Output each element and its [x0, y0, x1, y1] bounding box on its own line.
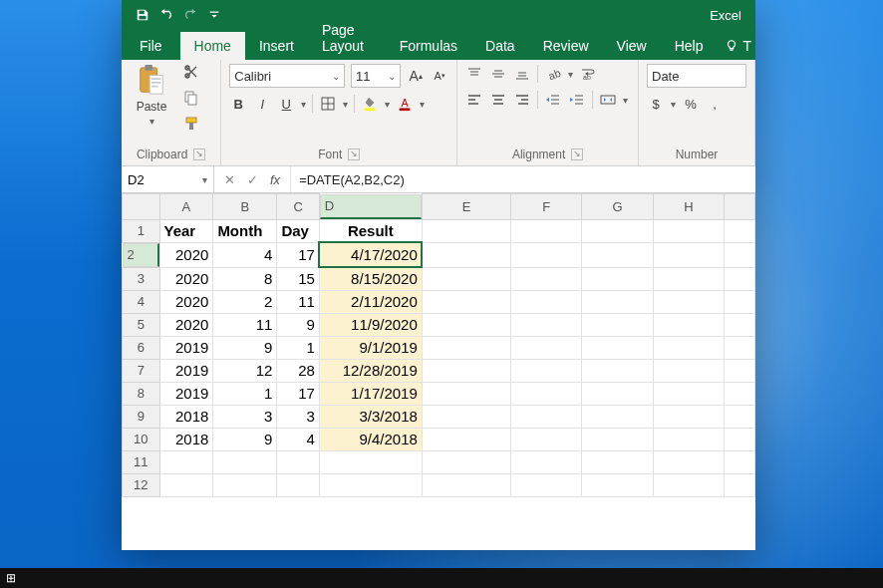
col-header-H[interactable]: H	[653, 194, 724, 220]
tab-data[interactable]: Data	[471, 32, 529, 60]
cell-I7[interactable]	[725, 359, 755, 382]
cell-D10[interactable]: 9/4/2018	[319, 428, 422, 450]
font-launcher-icon[interactable]: ↘	[348, 148, 360, 160]
chevron-down-icon[interactable]: ▾	[343, 99, 348, 110]
align-middle-icon[interactable]	[489, 64, 507, 84]
tab-review[interactable]: Review	[529, 32, 603, 60]
cell-G4[interactable]	[582, 290, 653, 313]
cell-I9[interactable]	[725, 405, 755, 428]
cell-B6[interactable]: 9	[213, 336, 277, 359]
cell-G6[interactable]	[582, 336, 653, 359]
cell-B2[interactable]: 4	[213, 242, 277, 267]
row-header-1[interactable]: 1	[123, 219, 160, 242]
cell-C4[interactable]: 11	[277, 290, 319, 313]
cell-A11[interactable]	[159, 450, 213, 473]
cell-D2[interactable]: 4/17/2020	[319, 242, 422, 267]
cell-A4[interactable]: 2020	[159, 290, 213, 313]
cell-C12[interactable]	[277, 473, 319, 496]
font-color-icon[interactable]: A	[396, 94, 414, 114]
align-top-icon[interactable]	[465, 64, 483, 84]
cell-A10[interactable]: 2018	[159, 428, 213, 450]
cell-C8[interactable]: 17	[277, 382, 319, 405]
cell-F7[interactable]	[511, 359, 582, 382]
cell-C5[interactable]: 9	[277, 313, 319, 336]
row-header-8[interactable]: 8	[123, 382, 160, 405]
cell-D7[interactable]: 12/28/2019	[319, 359, 422, 382]
cell-D5[interactable]: 11/9/2020	[319, 313, 422, 336]
tab-insert[interactable]: Insert	[245, 32, 308, 60]
cell-H6[interactable]	[653, 336, 724, 359]
row-header-3[interactable]: 3	[123, 267, 160, 290]
cell-E5[interactable]	[422, 313, 510, 336]
copy-icon[interactable]	[183, 90, 199, 110]
align-center-icon[interactable]	[489, 90, 507, 110]
cell-C7[interactable]: 28	[277, 359, 319, 382]
clipboard-launcher-icon[interactable]: ↘	[193, 148, 205, 160]
cell-E3[interactable]	[422, 267, 510, 290]
col-header-E[interactable]: E	[422, 194, 510, 220]
cell-I2[interactable]	[725, 242, 755, 267]
cell-D6[interactable]: 9/1/2019	[319, 336, 422, 359]
cell-I6[interactable]	[725, 336, 755, 359]
cell-C1[interactable]: Day	[277, 219, 319, 242]
cell-C6[interactable]: 1	[277, 336, 319, 359]
cell-H12[interactable]	[653, 473, 724, 496]
cell-B4[interactable]: 2	[213, 290, 277, 313]
cell-B3[interactable]: 8	[213, 267, 277, 290]
cell-E4[interactable]	[422, 290, 510, 313]
orientation-icon[interactable]: ab	[544, 64, 562, 84]
tab-page-layout[interactable]: Page Layout	[308, 16, 386, 60]
cell-F2[interactable]	[511, 242, 582, 267]
qat-customize-icon[interactable]	[207, 8, 221, 22]
row-header-9[interactable]: 9	[123, 405, 160, 428]
chevron-down-icon[interactable]: ▾	[568, 69, 573, 80]
cell-H1[interactable]	[653, 219, 724, 242]
cell-C3[interactable]: 15	[277, 267, 319, 290]
shrink-font-icon[interactable]: A▾	[431, 66, 448, 86]
cell-B9[interactable]: 3	[213, 405, 277, 428]
col-header-F[interactable]: F	[511, 194, 582, 220]
align-left-icon[interactable]	[465, 90, 483, 110]
worksheet-grid[interactable]: ABCDEFGH1YearMonthDayResult220204174/17/…	[122, 193, 755, 550]
name-box[interactable]: D2 ▾	[122, 166, 214, 192]
col-header-C[interactable]: C	[277, 194, 319, 220]
font-name-select[interactable]: Calibri⌄	[229, 64, 345, 88]
cell-D11[interactable]	[319, 450, 422, 473]
cell-G10[interactable]	[582, 428, 653, 450]
chevron-down-icon[interactable]: ▾	[301, 99, 306, 110]
cell-F9[interactable]	[511, 405, 582, 428]
col-header-A[interactable]: A	[159, 194, 213, 220]
paste-button[interactable]: Paste ▾	[130, 64, 173, 127]
cell-B5[interactable]: 11	[213, 313, 277, 336]
cell-B10[interactable]: 9	[213, 428, 277, 450]
cell-A9[interactable]: 2018	[159, 405, 213, 428]
col-header-B[interactable]: B	[213, 194, 277, 220]
select-all-corner[interactable]	[123, 194, 160, 220]
grow-font-icon[interactable]: A▴	[407, 66, 425, 86]
enter-icon[interactable]: ✓	[247, 172, 258, 187]
cancel-icon[interactable]: ✕	[224, 172, 235, 187]
chevron-down-icon[interactable]: ▾	[623, 95, 628, 106]
fill-color-icon[interactable]	[361, 94, 379, 114]
cell-I10[interactable]	[725, 428, 755, 450]
cell-G9[interactable]	[582, 405, 653, 428]
cell-E12[interactable]	[422, 473, 510, 496]
cell-I4[interactable]	[725, 290, 755, 313]
col-header-G[interactable]: G	[582, 194, 653, 220]
underline-button[interactable]: U	[277, 94, 295, 114]
cell-I12[interactable]	[725, 473, 755, 496]
cell-H4[interactable]	[653, 290, 724, 313]
cell-G11[interactable]	[582, 450, 653, 473]
cell-A2[interactable]: 2020	[159, 242, 213, 267]
cell-B8[interactable]: 1	[213, 382, 277, 405]
cell-I5[interactable]	[725, 313, 755, 336]
cell-H10[interactable]	[653, 428, 724, 450]
cell-D1[interactable]: Result	[319, 219, 422, 242]
undo-icon[interactable]	[159, 8, 173, 22]
cell-C2[interactable]: 17	[277, 242, 319, 267]
formula-bar[interactable]: =DATE(A2,B2,C2)	[291, 172, 755, 187]
cell-E9[interactable]	[422, 405, 510, 428]
cell-E6[interactable]	[422, 336, 510, 359]
cell-A3[interactable]: 2020	[159, 267, 213, 290]
cell-F8[interactable]	[511, 382, 582, 405]
